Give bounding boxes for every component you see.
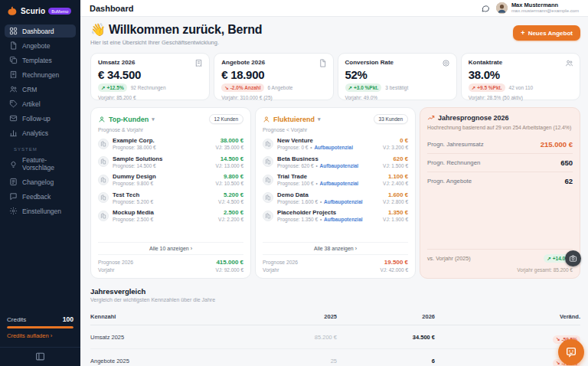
kpi-footer: Vorjahr: 310.000 € (25) <box>221 95 325 100</box>
dot-separator: • <box>320 217 322 222</box>
aufbaupotenzial-link[interactable]: Aufbaupotenzial <box>324 199 363 204</box>
document-icon <box>9 41 18 50</box>
screenshot-button[interactable] <box>565 250 581 266</box>
building-icon <box>263 139 273 149</box>
user-name: Max Mustermann <box>511 2 579 8</box>
dot-separator: • <box>316 163 318 168</box>
fluktuierend-dropdown[interactable]: Fluktuierend ▾ <box>263 116 321 123</box>
kpi-value: € 34.500 <box>98 68 202 81</box>
brand[interactable]: Scurio BuMemo <box>0 0 80 21</box>
customer-row: Trial TradePrognose: 100 € • Aufbaupoten… <box>263 173 408 186</box>
user-email: max.mustermann@example.com <box>511 8 579 14</box>
target-icon <box>442 59 450 67</box>
sidebar-item-feature-vorschlaege[interactable]: Feature-Vorschläge <box>5 154 76 174</box>
comparison-table: Kennzahl 2025 2026 Veränd. Umsatz 2025 8… <box>90 309 580 366</box>
sidebar-item-artikel[interactable]: Artikel <box>5 97 76 110</box>
wave-emoji: 👋 <box>90 23 106 36</box>
topbar: Dashboard Max Mustermann max.mustermann@… <box>80 0 588 17</box>
arrow-right-icon: › <box>51 332 53 339</box>
customer-row: Demo DataPrognose: 1.600 € • Aufbaupoten… <box>263 191 408 204</box>
panel-subtitle: Prognose & Vorjahr <box>98 127 243 132</box>
customer-row: Test TechPrognose: 5.200 € 5.200 €VJ: 4.… <box>98 191 243 204</box>
sidebar-item-einstellungen[interactable]: Einstellungen <box>5 204 76 217</box>
kpi-note: 42 von 110 <box>509 85 534 90</box>
gear-icon <box>9 207 18 215</box>
feedback-widget-button[interactable] <box>558 339 584 365</box>
customer-row: New VenturePrognose: 0 € • Aufbaupotenzi… <box>263 137 408 150</box>
receipt-icon <box>9 70 18 79</box>
sidebar-item-label: Follow-up <box>22 115 51 123</box>
show-all-fluktuierend-link[interactable]: Alle 38 anzeigen › <box>263 242 408 255</box>
aufbaupotenzial-link[interactable]: Aufbaupotenzial <box>320 163 359 168</box>
squirrel-logo-icon <box>6 5 18 17</box>
kpi-trend-badge: ↗+12.5% <box>98 83 127 92</box>
forecast-row: Progn. Angebote 62 <box>427 172 573 190</box>
camera-icon <box>569 254 577 263</box>
avatar[interactable] <box>496 2 508 14</box>
kpi-card-kontaktrate: Kontaktrate 38.0% ↗+9.5 %Pkt. 42 von 110… <box>461 53 580 100</box>
top-kunden-dropdown[interactable]: Top-Kunden ▾ <box>98 116 155 123</box>
forecast-row: Progn. Rechnungen 650 <box>427 154 573 172</box>
kpi-title: Angebote 2026 <box>221 59 325 66</box>
sidebar-item-label: Einstellungen <box>22 208 61 215</box>
jahresprognose-title: Jahresprognose 2026 <box>427 114 509 122</box>
trend-up-icon: ↗ <box>547 256 550 262</box>
sidebar-item-label: Angebote <box>22 42 50 50</box>
customer-row: Placeholder ProjectsPrognose: 1.350 € • … <box>263 209 408 222</box>
customer-row: Dummy DesignPrognose: 9.800 € 9.800 €VJ:… <box>98 173 243 186</box>
sidebar-item-feedback[interactable]: Feedback <box>5 190 76 203</box>
sidebar-item-analytics[interactable]: Analytics <box>5 126 76 139</box>
new-offer-button[interactable]: + Neues Angebot <box>513 25 580 41</box>
kpi-note: 92 Rechnungen <box>131 85 166 90</box>
chat-bubble-icon[interactable] <box>481 4 490 13</box>
credits-topup-link[interactable]: Credits aufladen › <box>7 332 74 339</box>
trend-down-icon: ↘ <box>556 360 560 366</box>
building-icon <box>98 211 109 221</box>
speech-bubble-icon <box>9 192 18 201</box>
sidebar-item-angebote[interactable]: Angebote <box>5 39 76 52</box>
kpi-note: 3 bestätigt <box>385 85 408 90</box>
dot-separator: • <box>310 145 312 150</box>
aufbaupotenzial-link[interactable]: Aufbaupotenzial <box>324 217 363 222</box>
customer-count-badge: 12 Kunden <box>209 114 243 124</box>
vs-vorjahr-label: vs. Vorjahr (2025) <box>427 255 471 262</box>
show-all-top-kunden-link[interactable]: Alle 10 anzeigen › <box>98 242 243 255</box>
person-icon <box>263 116 270 123</box>
sidebar-item-templates[interactable]: Templates <box>5 54 76 67</box>
customer-row: Beta BusinessPrognose: 620 € • Aufbaupot… <box>263 155 408 168</box>
aufbaupotenzial-link[interactable]: Aufbaupotenzial <box>314 145 353 150</box>
sidebar-item-label: Artikel <box>22 100 41 108</box>
lightbulb-icon <box>9 160 18 168</box>
building-icon <box>263 192 273 203</box>
trend-up-icon: ↗ <box>472 85 475 91</box>
sidebar: Scurio BuMemo Dashboard Angebote Templat… <box>0 0 80 366</box>
tag-icon <box>9 100 18 108</box>
table-row: Umsatz 2025 85.200 € 34.500 € ↘-59.5% <box>90 325 580 349</box>
credits-progress-fill <box>7 326 74 328</box>
brand-name: Scurio <box>21 7 45 15</box>
kpi-footer: Vorjahr: 85.200 € <box>98 95 202 100</box>
kpi-trend-badge: ↗+3.0 %Pkt. <box>345 83 382 92</box>
kpi-footer: Vorjahr: 49.0% <box>345 95 449 100</box>
building-icon <box>98 192 109 203</box>
sidebar-item-dashboard[interactable]: Dashboard <box>5 25 76 38</box>
sidebar-item-crm[interactable]: CRM <box>5 83 76 96</box>
bar-chart-icon <box>9 129 18 137</box>
section-subtitle: Vergleich der wichtigsten Kennzahlen übe… <box>90 297 580 302</box>
kpi-cards: Umsatz 2026 € 34.500 ↗+12.5% 92 Rechnung… <box>90 53 580 100</box>
aufbaupotenzial-link[interactable]: Aufbaupotenzial <box>320 181 359 186</box>
sidebar-collapse-button[interactable] <box>35 351 45 361</box>
trend-down-icon: ↘ <box>556 336 560 342</box>
sidebar-item-rechnungen[interactable]: Rechnungen <box>5 68 76 81</box>
plus-icon: + <box>521 29 524 37</box>
customer-row: Sample SolutionsPrognose: 14.500 € 14.50… <box>98 155 243 168</box>
building-icon <box>98 156 109 167</box>
sidebar-item-changelog[interactable]: Changelog <box>5 175 76 188</box>
sidebar-item-label: Feedback <box>22 193 51 201</box>
kpi-card-angebote: Angebote 2026 € 18.900 ↘-2.0% Anzahl 6 A… <box>214 53 333 100</box>
user-menu[interactable]: Max Mustermann max.mustermann@example.co… <box>496 2 579 14</box>
sidebar-item-follow-up[interactable]: Follow-up <box>5 112 76 125</box>
page-title: Dashboard <box>90 4 133 13</box>
panel-jahresprognose: Jahresprognose 2026 Hochrechnung basiere… <box>420 107 580 279</box>
customer-count-badge: 33 Kunden <box>374 114 408 124</box>
